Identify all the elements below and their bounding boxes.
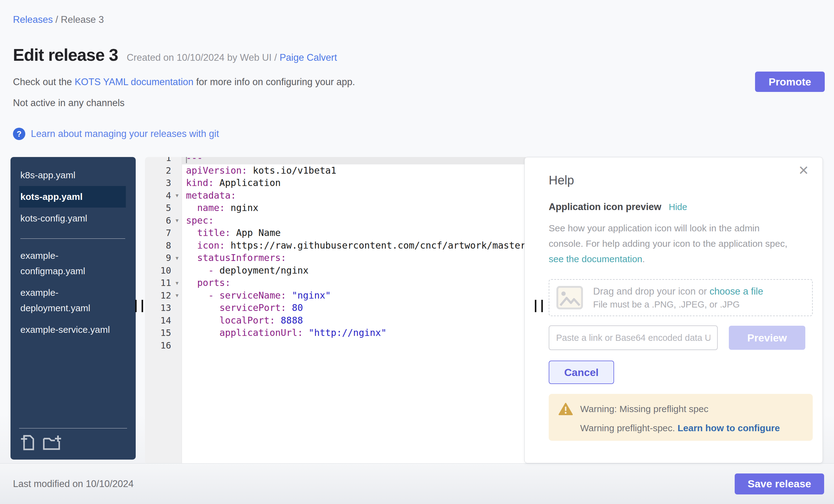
line-number: 6 xyxy=(145,215,172,226)
file-tree-item[interactable]: k8s-app.yaml xyxy=(19,165,126,186)
kots-yaml-docs-link[interactable]: KOTS YAML documentation xyxy=(75,76,193,87)
line-number: 5 xyxy=(145,203,172,213)
code-token xyxy=(186,227,197,238)
editor-code-area[interactable]: ---apiVersion: kots.io/v1beta1kind: Appl… xyxy=(182,157,526,463)
yaml-code-editor[interactable]: 1234▾56▾789▾1011▾12▾13141516 ---apiVersi… xyxy=(145,157,526,463)
file-tree-footer xyxy=(19,428,127,452)
file-tree-item[interactable]: kots-app.yaml xyxy=(19,186,126,207)
save-release-button[interactable]: Save release xyxy=(735,474,824,495)
fold-arrow-icon[interactable]: ▾ xyxy=(172,292,182,299)
hide-link[interactable]: Hide xyxy=(669,202,687,212)
release-created-info: Created on 10/10/2024 by Web UI / Paige … xyxy=(127,52,337,63)
add-file-button[interactable] xyxy=(19,434,35,452)
code-token: name: xyxy=(197,202,225,213)
code-token xyxy=(186,252,197,263)
code-token: - xyxy=(208,290,219,301)
icon-dropzone[interactable]: Drag and drop your icon or choose a file… xyxy=(549,279,813,316)
code-line[interactable]: apiVersion: kots.io/v1beta1 xyxy=(182,165,526,177)
question-mark-icon: ? xyxy=(13,128,25,140)
code-token: serviceName: xyxy=(219,290,286,301)
file-tree-example-group: example-configmap.yamlexample-deployment… xyxy=(19,245,127,341)
fold-arrow-icon[interactable]: ▾ xyxy=(172,255,182,262)
footer-bar: Last modified on 10/10/2024 Save release xyxy=(0,463,834,504)
page-title: Edit release 3 xyxy=(13,45,118,65)
code-token: metadata: xyxy=(186,190,236,201)
code-line[interactable]: --- xyxy=(182,157,526,165)
code-token: 8888 xyxy=(275,315,303,326)
gutter-line: 8 xyxy=(145,239,182,252)
code-token: icon: xyxy=(197,240,225,251)
code-line[interactable]: kind: Application xyxy=(182,177,526,190)
file-tree-kots-group: k8s-app.yamlkots-app.yamlkots-config.yam… xyxy=(19,165,127,229)
created-text: Created on 10/10/2024 by Web UI / xyxy=(127,52,280,63)
sidebar-resize-handle[interactable] xyxy=(135,300,143,312)
code-token: servicePort: xyxy=(219,302,286,313)
fold-arrow-icon[interactable]: ▾ xyxy=(172,192,182,199)
close-icon[interactable]: ✕ xyxy=(798,164,809,177)
code-line[interactable]: ports: xyxy=(182,277,526,289)
code-line[interactable]: - serviceName: "nginx" xyxy=(182,289,526,302)
code-token: spec: xyxy=(186,215,214,226)
choose-file-link[interactable]: choose a file xyxy=(709,286,763,297)
breadcrumb-releases-link[interactable]: Releases xyxy=(13,14,53,25)
promote-button[interactable]: Promote xyxy=(755,71,825,92)
file-tree-item[interactable]: example-configmap.yaml xyxy=(19,245,126,282)
help-panel-title: Help xyxy=(549,173,810,187)
code-token: localPort: xyxy=(219,315,275,326)
file-tree-item[interactable]: example-service.yaml xyxy=(19,319,126,341)
dropzone-text: Drag and drop your icon or xyxy=(593,286,709,297)
help-panel-resize-handle[interactable] xyxy=(535,300,543,312)
line-number: 4 xyxy=(145,190,172,201)
warning-detail: Warning preflight-spec. Learn how to con… xyxy=(558,423,804,433)
preview-button[interactable]: Preview xyxy=(729,326,805,350)
code-line[interactable]: metadata: xyxy=(182,190,526,202)
gutter-line: 5 xyxy=(145,202,182,214)
see-documentation-link[interactable]: see the documentation xyxy=(549,254,642,264)
code-line[interactable] xyxy=(182,339,526,352)
code-line[interactable]: name: nginx xyxy=(182,202,526,214)
code-line[interactable]: applicationUrl: "http://nginx" xyxy=(182,327,526,339)
file-tree-item[interactable]: kots-config.yaml xyxy=(19,207,126,229)
description-period: . xyxy=(642,254,645,264)
icon-preview-section-title: Application icon preview xyxy=(549,201,661,213)
last-modified-text: Last modified on 10/10/2024 xyxy=(13,478,134,489)
git-releases-help-link[interactable]: Learn about managing your releases with … xyxy=(31,128,219,139)
icon-url-input[interactable] xyxy=(549,325,718,350)
fold-arrow-icon[interactable]: ▾ xyxy=(172,217,182,224)
code-token: deployment/nginx xyxy=(219,265,308,276)
author-link[interactable]: Paige Calvert xyxy=(280,52,337,63)
code-token xyxy=(186,327,219,338)
line-number: 3 xyxy=(145,178,172,188)
breadcrumb-current: Release 3 xyxy=(61,14,104,25)
line-number: 12 xyxy=(145,290,172,301)
file-tree-divider xyxy=(20,238,125,239)
code-token xyxy=(186,302,219,313)
code-line[interactable]: - deployment/nginx xyxy=(182,264,526,277)
docs-hint-suffix: for more info on configuring your app. xyxy=(193,76,355,87)
top-bar: Releases / Release 3 Edit release 3 Crea… xyxy=(0,0,834,140)
gutter-line: 7 xyxy=(145,227,182,239)
code-token: nginx xyxy=(225,202,258,213)
code-line[interactable]: icon: https://raw.githubusercontent.com/… xyxy=(182,239,526,252)
line-number: 15 xyxy=(145,328,172,338)
code-token: ports: xyxy=(197,277,231,288)
image-placeholder-icon xyxy=(556,286,583,310)
add-folder-button[interactable] xyxy=(42,434,62,452)
code-line[interactable]: localPort: 8888 xyxy=(182,314,526,327)
code-line[interactable]: title: App Name xyxy=(182,227,526,239)
code-token: "http://nginx" xyxy=(303,327,387,338)
code-token: kind: xyxy=(186,177,214,188)
warning-triangle-icon xyxy=(558,402,573,415)
code-token xyxy=(186,202,197,213)
warning-detail-text: Warning preflight-spec. xyxy=(580,423,678,433)
code-line[interactable]: servicePort: 80 xyxy=(182,302,526,314)
file-tree-item[interactable]: example-deployment.yaml xyxy=(19,282,126,319)
fold-arrow-icon[interactable]: ▾ xyxy=(172,280,182,287)
gutter-line: 10 xyxy=(145,264,182,277)
code-line[interactable]: statusInformers: xyxy=(182,252,526,264)
breadcrumb: Releases / Release 3 xyxy=(13,14,821,25)
code-line[interactable]: spec: xyxy=(182,214,526,227)
learn-how-to-configure-link[interactable]: Learn how to configure xyxy=(678,423,780,433)
cancel-button[interactable]: Cancel xyxy=(549,360,614,384)
line-number: 10 xyxy=(145,265,172,276)
